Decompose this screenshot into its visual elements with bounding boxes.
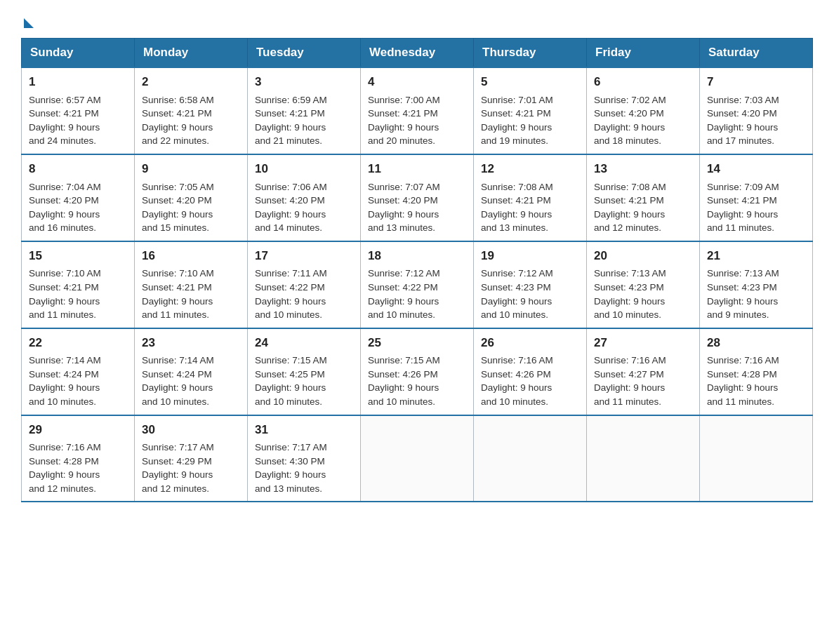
- calendar-day-cell: [474, 415, 587, 502]
- calendar-day-cell: [700, 415, 813, 502]
- day-number: 8: [29, 161, 127, 178]
- day-info: Sunrise: 6:57 AMSunset: 4:21 PMDaylight:…: [29, 95, 101, 147]
- day-number: 11: [368, 161, 466, 178]
- day-info: Sunrise: 7:17 AMSunset: 4:30 PMDaylight:…: [255, 442, 327, 494]
- day-number: 28: [707, 335, 805, 352]
- calendar-day-cell: 26 Sunrise: 7:16 AMSunset: 4:26 PMDaylig…: [474, 328, 587, 415]
- day-info: Sunrise: 6:59 AMSunset: 4:21 PMDaylight:…: [255, 95, 327, 147]
- calendar-day-cell: 16 Sunrise: 7:10 AMSunset: 4:21 PMDaylig…: [135, 241, 248, 328]
- calendar-day-cell: 6 Sunrise: 7:02 AMSunset: 4:20 PMDayligh…: [587, 67, 700, 154]
- day-number: 17: [255, 248, 353, 265]
- calendar-day-cell: 5 Sunrise: 7:01 AMSunset: 4:21 PMDayligh…: [474, 67, 587, 154]
- day-info: Sunrise: 7:13 AMSunset: 4:23 PMDaylight:…: [594, 268, 666, 320]
- day-number: 29: [29, 422, 127, 439]
- calendar-day-cell: 23 Sunrise: 7:14 AMSunset: 4:24 PMDaylig…: [135, 328, 248, 415]
- day-number: 19: [481, 248, 579, 265]
- calendar-week-row: 8 Sunrise: 7:04 AMSunset: 4:20 PMDayligh…: [22, 154, 813, 241]
- logo-arrow-icon: [24, 18, 34, 28]
- day-number: 31: [255, 422, 353, 439]
- weekday-header-row: SundayMondayTuesdayWednesdayThursdayFrid…: [22, 39, 813, 68]
- day-number: 13: [594, 161, 692, 178]
- calendar-day-cell: 3 Sunrise: 6:59 AMSunset: 4:21 PMDayligh…: [248, 67, 361, 154]
- day-info: Sunrise: 7:03 AMSunset: 4:20 PMDaylight:…: [707, 95, 779, 147]
- day-number: 21: [707, 248, 805, 265]
- day-number: 3: [255, 74, 353, 91]
- weekday-header-tuesday: Tuesday: [248, 39, 361, 68]
- calendar-day-cell: 18 Sunrise: 7:12 AMSunset: 4:22 PMDaylig…: [361, 241, 474, 328]
- day-number: 7: [707, 74, 805, 91]
- day-info: Sunrise: 7:08 AMSunset: 4:21 PMDaylight:…: [594, 182, 666, 234]
- day-number: 16: [142, 248, 240, 265]
- day-number: 4: [368, 74, 466, 91]
- day-number: 2: [142, 74, 240, 91]
- calendar-day-cell: 1 Sunrise: 6:57 AMSunset: 4:21 PMDayligh…: [22, 67, 135, 154]
- day-number: 5: [481, 74, 579, 91]
- day-number: 15: [29, 248, 127, 265]
- calendar-day-cell: 8 Sunrise: 7:04 AMSunset: 4:20 PMDayligh…: [22, 154, 135, 241]
- day-number: 10: [255, 161, 353, 178]
- day-number: 20: [594, 248, 692, 265]
- calendar-day-cell: [587, 415, 700, 502]
- day-number: 12: [481, 161, 579, 178]
- calendar-table: SundayMondayTuesdayWednesdayThursdayFrid…: [21, 38, 813, 502]
- day-number: 22: [29, 335, 127, 352]
- weekday-header-thursday: Thursday: [474, 39, 587, 68]
- day-info: Sunrise: 7:12 AMSunset: 4:22 PMDaylight:…: [368, 268, 440, 320]
- day-number: 24: [255, 335, 353, 352]
- calendar-day-cell: 24 Sunrise: 7:15 AMSunset: 4:25 PMDaylig…: [248, 328, 361, 415]
- day-info: Sunrise: 7:17 AMSunset: 4:29 PMDaylight:…: [142, 442, 214, 494]
- day-info: Sunrise: 7:15 AMSunset: 4:26 PMDaylight:…: [368, 355, 440, 407]
- calendar-day-cell: 30 Sunrise: 7:17 AMSunset: 4:29 PMDaylig…: [135, 415, 248, 502]
- calendar-day-cell: 2 Sunrise: 6:58 AMSunset: 4:21 PMDayligh…: [135, 67, 248, 154]
- day-info: Sunrise: 7:00 AMSunset: 4:21 PMDaylight:…: [368, 95, 440, 147]
- day-number: 26: [481, 335, 579, 352]
- calendar-day-cell: 29 Sunrise: 7:16 AMSunset: 4:28 PMDaylig…: [22, 415, 135, 502]
- calendar-week-row: 1 Sunrise: 6:57 AMSunset: 4:21 PMDayligh…: [22, 67, 813, 154]
- day-info: Sunrise: 7:01 AMSunset: 4:21 PMDaylight:…: [481, 95, 553, 147]
- day-info: Sunrise: 7:07 AMSunset: 4:20 PMDaylight:…: [368, 182, 440, 234]
- page-header: [21, 14, 813, 25]
- day-info: Sunrise: 7:10 AMSunset: 4:21 PMDaylight:…: [142, 268, 214, 320]
- day-info: Sunrise: 7:16 AMSunset: 4:28 PMDaylight:…: [29, 442, 101, 494]
- calendar-day-cell: 17 Sunrise: 7:11 AMSunset: 4:22 PMDaylig…: [248, 241, 361, 328]
- day-number: 23: [142, 335, 240, 352]
- calendar-day-cell: 19 Sunrise: 7:12 AMSunset: 4:23 PMDaylig…: [474, 241, 587, 328]
- calendar-day-cell: 21 Sunrise: 7:13 AMSunset: 4:23 PMDaylig…: [700, 241, 813, 328]
- day-info: Sunrise: 7:05 AMSunset: 4:20 PMDaylight:…: [142, 182, 214, 234]
- day-number: 9: [142, 161, 240, 178]
- day-number: 14: [707, 161, 805, 178]
- calendar-day-cell: 14 Sunrise: 7:09 AMSunset: 4:21 PMDaylig…: [700, 154, 813, 241]
- calendar-day-cell: 9 Sunrise: 7:05 AMSunset: 4:20 PMDayligh…: [135, 154, 248, 241]
- day-number: 6: [594, 74, 692, 91]
- day-number: 18: [368, 248, 466, 265]
- calendar-day-cell: 7 Sunrise: 7:03 AMSunset: 4:20 PMDayligh…: [700, 67, 813, 154]
- calendar-day-cell: 4 Sunrise: 7:00 AMSunset: 4:21 PMDayligh…: [361, 67, 474, 154]
- weekday-header-saturday: Saturday: [700, 39, 813, 68]
- day-number: 1: [29, 74, 127, 91]
- calendar-week-row: 22 Sunrise: 7:14 AMSunset: 4:24 PMDaylig…: [22, 328, 813, 415]
- calendar-day-cell: 10 Sunrise: 7:06 AMSunset: 4:20 PMDaylig…: [248, 154, 361, 241]
- day-info: Sunrise: 7:14 AMSunset: 4:24 PMDaylight:…: [142, 355, 214, 407]
- calendar-week-row: 15 Sunrise: 7:10 AMSunset: 4:21 PMDaylig…: [22, 241, 813, 328]
- logo: [21, 14, 34, 25]
- day-info: Sunrise: 7:16 AMSunset: 4:27 PMDaylight:…: [594, 355, 666, 407]
- calendar-day-cell: 13 Sunrise: 7:08 AMSunset: 4:21 PMDaylig…: [587, 154, 700, 241]
- day-info: Sunrise: 6:58 AMSunset: 4:21 PMDaylight:…: [142, 95, 214, 147]
- day-info: Sunrise: 7:13 AMSunset: 4:23 PMDaylight:…: [707, 268, 779, 320]
- weekday-header-sunday: Sunday: [22, 39, 135, 68]
- day-number: 25: [368, 335, 466, 352]
- calendar-day-cell: 11 Sunrise: 7:07 AMSunset: 4:20 PMDaylig…: [361, 154, 474, 241]
- calendar-day-cell: 12 Sunrise: 7:08 AMSunset: 4:21 PMDaylig…: [474, 154, 587, 241]
- calendar-week-row: 29 Sunrise: 7:16 AMSunset: 4:28 PMDaylig…: [22, 415, 813, 502]
- day-info: Sunrise: 7:12 AMSunset: 4:23 PMDaylight:…: [481, 268, 553, 320]
- calendar-day-cell: 28 Sunrise: 7:16 AMSunset: 4:28 PMDaylig…: [700, 328, 813, 415]
- day-info: Sunrise: 7:10 AMSunset: 4:21 PMDaylight:…: [29, 268, 101, 320]
- day-info: Sunrise: 7:02 AMSunset: 4:20 PMDaylight:…: [594, 95, 666, 147]
- day-info: Sunrise: 7:16 AMSunset: 4:28 PMDaylight:…: [707, 355, 779, 407]
- day-info: Sunrise: 7:16 AMSunset: 4:26 PMDaylight:…: [481, 355, 553, 407]
- day-number: 27: [594, 335, 692, 352]
- day-info: Sunrise: 7:06 AMSunset: 4:20 PMDaylight:…: [255, 182, 327, 234]
- calendar-day-cell: 15 Sunrise: 7:10 AMSunset: 4:21 PMDaylig…: [22, 241, 135, 328]
- day-info: Sunrise: 7:14 AMSunset: 4:24 PMDaylight:…: [29, 355, 101, 407]
- day-info: Sunrise: 7:15 AMSunset: 4:25 PMDaylight:…: [255, 355, 327, 407]
